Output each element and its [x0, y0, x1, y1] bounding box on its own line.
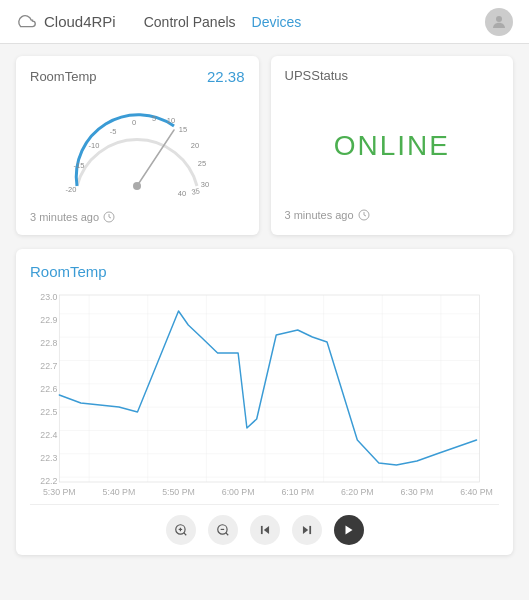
play-icon: [343, 524, 355, 536]
zoom-out-button[interactable]: [208, 515, 238, 545]
svg-marker-44: [263, 526, 268, 534]
prev-button[interactable]: [250, 515, 280, 545]
user-avatar[interactable]: [485, 8, 513, 36]
room-temp-footer: 3 minutes ago: [30, 211, 245, 223]
main-nav: Control Panels Devices: [144, 14, 302, 30]
svg-text:20: 20: [191, 141, 199, 150]
zoom-in-button[interactable]: [166, 515, 196, 545]
room-temp-title: RoomTemp: [30, 69, 96, 84]
user-icon: [490, 13, 508, 31]
svg-text:22.6: 22.6: [40, 384, 57, 394]
svg-text:-15: -15: [74, 161, 85, 170]
cloud-logo-icon: [16, 11, 38, 33]
svg-text:40: 40: [178, 189, 186, 198]
svg-text:30: 30: [201, 180, 209, 189]
nav-devices[interactable]: Devices: [252, 14, 302, 30]
svg-text:23.0: 23.0: [40, 292, 57, 302]
svg-marker-46: [302, 526, 307, 534]
svg-text:22.9: 22.9: [40, 315, 57, 325]
svg-text:6:30 PM: 6:30 PM: [401, 487, 434, 497]
gauge-svg: -20 -15 -10 -5 0 5 10 15 20: [57, 96, 217, 201]
svg-text:6:00 PM: 6:00 PM: [222, 487, 255, 497]
logo-text: Cloud4RPi: [44, 13, 116, 30]
svg-text:5:40 PM: 5:40 PM: [103, 487, 136, 497]
svg-text:22.2: 22.2: [40, 476, 57, 486]
chart-controls: [30, 504, 499, 555]
svg-text:25: 25: [198, 159, 206, 168]
chart-svg: 23.0 22.9 22.8 22.7 22.6 22.5 22.4 22.3 …: [30, 290, 499, 500]
ups-clock-icon: [358, 209, 370, 221]
svg-line-38: [183, 533, 186, 536]
gauge-container: -20 -15 -10 -5 0 5 10 15 20: [30, 93, 245, 203]
svg-text:6:40 PM: 6:40 PM: [460, 487, 493, 497]
svg-rect-47: [309, 526, 311, 534]
svg-text:-10: -10: [89, 141, 100, 150]
svg-text:22.7: 22.7: [40, 361, 57, 371]
clock-icon: [103, 211, 115, 223]
svg-text:5:30 PM: 5:30 PM: [43, 487, 76, 497]
ups-status-container: ONLINE: [285, 91, 500, 201]
svg-text:22.3: 22.3: [40, 453, 57, 463]
zoom-in-icon: [174, 523, 188, 537]
ups-status-widget: UPSStatus ONLINE 3 minutes ago: [271, 56, 514, 235]
svg-point-15: [133, 182, 141, 190]
svg-text:22.5: 22.5: [40, 407, 57, 417]
next-icon: [300, 523, 314, 537]
ups-status-footer: 3 minutes ago: [285, 209, 500, 221]
play-button[interactable]: [334, 515, 364, 545]
ups-status-title: UPSStatus: [285, 68, 349, 83]
svg-text:15: 15: [179, 125, 187, 134]
svg-text:6:20 PM: 6:20 PM: [341, 487, 374, 497]
app-header: Cloud4RPi Control Panels Devices: [0, 0, 529, 44]
svg-text:-5: -5: [110, 127, 117, 136]
svg-text:10: 10: [167, 116, 175, 125]
chart-area: 23.0 22.9 22.8 22.7 22.6 22.5 22.4 22.3 …: [30, 290, 499, 500]
svg-text:0: 0: [132, 118, 136, 127]
svg-marker-48: [345, 526, 352, 535]
svg-text:22.4: 22.4: [40, 430, 57, 440]
svg-text:-20: -20: [66, 185, 77, 194]
svg-text:6:10 PM: 6:10 PM: [281, 487, 314, 497]
chart-title: RoomTemp: [30, 263, 499, 280]
svg-point-0: [496, 16, 502, 22]
svg-rect-18: [59, 295, 479, 482]
app-logo[interactable]: Cloud4RPi: [16, 11, 116, 33]
zoom-out-icon: [216, 523, 230, 537]
next-button[interactable]: [292, 515, 322, 545]
svg-line-42: [225, 533, 228, 536]
ups-timestamp: 3 minutes ago: [285, 209, 354, 221]
room-temp-timestamp: 3 minutes ago: [30, 211, 99, 223]
svg-text:5:50 PM: 5:50 PM: [162, 487, 195, 497]
widgets-row: RoomTemp 22.38 -20 -15 -10: [16, 56, 513, 235]
room-temp-widget: RoomTemp 22.38 -20 -15 -10: [16, 56, 259, 235]
svg-text:22.8: 22.8: [40, 338, 57, 348]
main-content: RoomTemp 22.38 -20 -15 -10: [0, 44, 529, 567]
svg-text:35: 35: [191, 186, 201, 196]
nav-control-panels[interactable]: Control Panels: [144, 14, 236, 30]
ups-status-header: UPSStatus: [285, 68, 500, 83]
ups-online-text: ONLINE: [334, 130, 450, 162]
chart-card: RoomTemp 23.0 22.9 22.8 22.7 22.6: [16, 249, 513, 555]
svg-rect-45: [260, 526, 262, 534]
svg-text:5: 5: [152, 114, 156, 123]
prev-icon: [258, 523, 272, 537]
room-temp-value: 22.38: [207, 68, 245, 85]
room-temp-header: RoomTemp 22.38: [30, 68, 245, 85]
